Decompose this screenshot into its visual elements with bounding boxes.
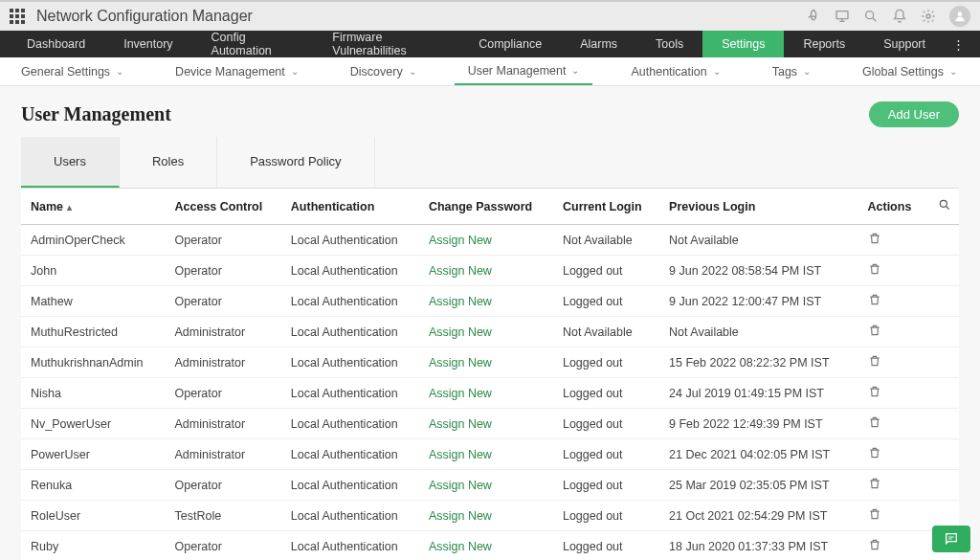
- cell-auth: Local Authentication: [283, 531, 421, 561]
- delete-icon[interactable]: [868, 388, 881, 401]
- cell-access: Administrator: [167, 439, 283, 470]
- tab-password-policy[interactable]: Password Policy: [217, 137, 374, 188]
- assign-new-link[interactable]: Assign New: [421, 531, 555, 561]
- rocket-icon[interactable]: [806, 9, 821, 24]
- cell-name: PowerUser: [21, 439, 167, 470]
- cell-previous-login: 9 Feb 2022 12:49:39 PM IST: [661, 409, 859, 439]
- nav-item-support[interactable]: Support: [864, 31, 945, 57]
- table-search-icon[interactable]: [926, 189, 959, 225]
- delete-icon[interactable]: [868, 510, 881, 524]
- cell-previous-login: 9 Jun 2022 08:58:54 PM IST: [661, 256, 859, 286]
- nav-item-dashboard[interactable]: Dashboard: [8, 31, 104, 57]
- search-icon[interactable]: [863, 9, 879, 24]
- cell-auth: Local Authentication: [283, 439, 421, 470]
- delete-icon[interactable]: [868, 449, 881, 462]
- cell-current-login: Logged out: [555, 501, 661, 531]
- assign-new-link[interactable]: Assign New: [421, 409, 555, 439]
- col-name[interactable]: Name▴: [21, 189, 167, 225]
- assign-new-link[interactable]: Assign New: [421, 470, 555, 501]
- delete-icon[interactable]: [868, 326, 881, 340]
- col-change-password[interactable]: Change Password: [421, 189, 555, 225]
- table-row: AdminOperCheckOperatorLocal Authenticati…: [21, 225, 959, 256]
- cell-previous-login: Not Available: [661, 317, 859, 347]
- cell-previous-login: 18 Jun 2020 01:37:33 PM IST: [661, 531, 859, 561]
- cell-current-login: Logged out: [555, 439, 661, 470]
- screen-icon[interactable]: [835, 9, 850, 24]
- nav-item-firmware-vulnerabilities[interactable]: Firmware Vulnerabilities: [313, 31, 459, 57]
- subnav-item-tags[interactable]: Tags⌄: [759, 57, 824, 85]
- cell-current-login: Not Available: [555, 225, 661, 256]
- col-authentication[interactable]: Authentication: [283, 189, 421, 225]
- assign-new-link[interactable]: Assign New: [421, 501, 555, 531]
- nav-item-reports[interactable]: Reports: [784, 31, 864, 57]
- tabs: UsersRolesPassword Policy: [21, 137, 959, 189]
- nav-item-config-automation[interactable]: Config Automation: [192, 31, 314, 57]
- subnav-item-discovery[interactable]: Discovery⌄: [337, 57, 430, 85]
- subnav-item-device-management[interactable]: Device Management⌄: [162, 57, 312, 85]
- cell-access: Operator: [167, 531, 283, 561]
- assign-new-link[interactable]: Assign New: [421, 439, 555, 470]
- cell-auth: Local Authentication: [283, 256, 421, 286]
- table-row: MuthuRestrictedAdministratorLocal Authen…: [21, 317, 959, 347]
- col-previous-login[interactable]: Previous Login: [661, 189, 859, 225]
- table-row: RenukaOperatorLocal AuthenticationAssign…: [21, 470, 959, 501]
- delete-icon[interactable]: [868, 265, 881, 279]
- delete-icon[interactable]: [868, 418, 881, 432]
- cell-name: MuthuRestricted: [21, 317, 167, 347]
- delete-icon[interactable]: [868, 296, 881, 309]
- subnav-item-global-settings[interactable]: Global Settings⌄: [849, 57, 970, 85]
- cell-current-login: Logged out: [555, 409, 661, 439]
- col-current-login[interactable]: Current Login: [555, 189, 661, 225]
- delete-icon[interactable]: [868, 357, 881, 370]
- cell-access: Administrator: [167, 409, 283, 439]
- subnav-item-user-management[interactable]: User Management⌄: [455, 57, 593, 85]
- delete-icon[interactable]: [868, 235, 881, 248]
- nav-item-alarms[interactable]: Alarms: [561, 31, 636, 57]
- cell-name: Renuka: [21, 470, 167, 501]
- cell-access: TestRole: [167, 501, 283, 531]
- page-body: User Management Add User UsersRolesPassw…: [0, 86, 980, 560]
- table-row: RoleUserTestRoleLocal AuthenticationAssi…: [21, 501, 959, 531]
- cell-actions: [860, 531, 927, 561]
- nav-item-compliance[interactable]: Compliance: [459, 31, 561, 57]
- bell-icon[interactable]: [892, 9, 907, 24]
- cell-current-login: Not Available: [555, 317, 661, 347]
- cell-actions: [860, 501, 927, 531]
- apps-grid-icon[interactable]: [10, 9, 25, 24]
- nav-item-tools[interactable]: Tools: [636, 31, 702, 57]
- subnav-label: Tags: [772, 65, 797, 78]
- tab-roles[interactable]: Roles: [120, 137, 217, 188]
- cell-access: Administrator: [167, 347, 283, 378]
- assign-new-link[interactable]: Assign New: [421, 347, 555, 378]
- delete-icon[interactable]: [868, 541, 881, 554]
- main-nav-more-icon[interactable]: ⋮: [945, 37, 972, 52]
- cell-previous-login: 15 Feb 2022 08:22:32 PM IST: [661, 347, 859, 378]
- cell-name: Mathew: [21, 286, 167, 317]
- cell-access: Administrator: [167, 317, 283, 347]
- delete-icon[interactable]: [868, 480, 881, 493]
- cell-auth: Local Authentication: [283, 409, 421, 439]
- tab-users[interactable]: Users: [21, 137, 120, 188]
- col-access-control[interactable]: Access Control: [167, 189, 283, 225]
- table-row: Nv_PowerUserAdministratorLocal Authentic…: [21, 409, 959, 439]
- assign-new-link[interactable]: Assign New: [421, 317, 555, 347]
- user-avatar[interactable]: [949, 6, 970, 27]
- cell-actions: [860, 286, 927, 317]
- toolbar-icons: [806, 6, 970, 27]
- gear-icon[interactable]: [921, 9, 936, 24]
- add-user-button[interactable]: Add User: [869, 101, 959, 127]
- cell-previous-login: 9 Jun 2022 12:00:47 PM IST: [661, 286, 859, 317]
- assign-new-link[interactable]: Assign New: [421, 256, 555, 286]
- feedback-button[interactable]: [932, 526, 970, 552]
- assign-new-link[interactable]: Assign New: [421, 225, 555, 256]
- nav-item-inventory[interactable]: Inventory: [104, 31, 191, 57]
- col-actions: Actions: [860, 189, 927, 225]
- sub-nav: General Settings⌄Device Management⌄Disco…: [0, 57, 980, 86]
- assign-new-link[interactable]: Assign New: [421, 378, 555, 409]
- chevron-down-icon: ⌄: [949, 66, 957, 77]
- subnav-item-general-settings[interactable]: General Settings⌄: [8, 57, 137, 85]
- subnav-item-authentication[interactable]: Authentication⌄: [617, 57, 733, 85]
- cell-previous-login: Not Available: [661, 225, 859, 256]
- nav-item-settings[interactable]: Settings: [702, 31, 784, 57]
- assign-new-link[interactable]: Assign New: [421, 286, 555, 317]
